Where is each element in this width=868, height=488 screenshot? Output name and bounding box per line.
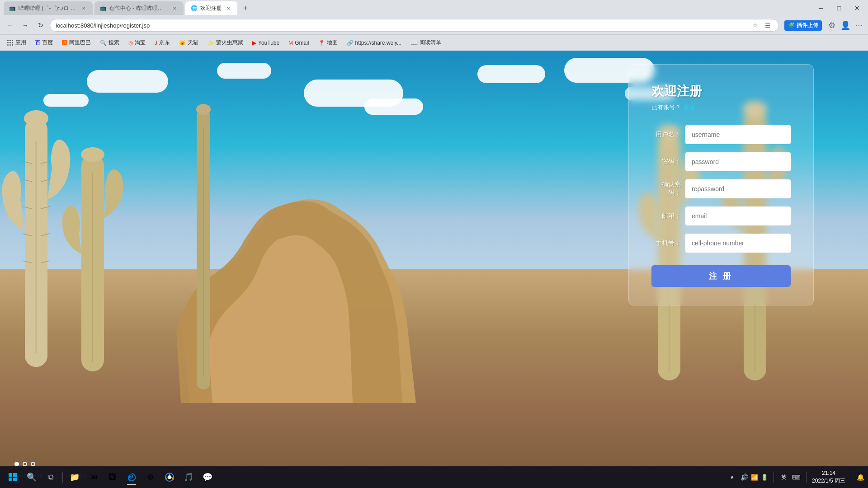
search-icon: 🔍 xyxy=(27,472,37,482)
bookmark-maps[interactable]: 📍 地图 xyxy=(315,37,341,49)
bookmark-youtube-icon: ▶ xyxy=(252,40,256,46)
bookmark-search[interactable]: 🔍 搜索 xyxy=(96,37,123,49)
profile-icon[interactable]: 👤 xyxy=(840,20,851,31)
tab-2-label: 创作中心 - 哔哩哔哩弹幕视频网 xyxy=(109,5,168,12)
bookmark-firefly-label: 萤火虫惠聚 xyxy=(216,39,243,47)
bookmark-apps[interactable]: 应用 xyxy=(4,37,30,49)
tab-1-favicon: 📺 xyxy=(9,5,16,11)
slide-dot-1[interactable] xyxy=(14,462,19,466)
bookmark-reading[interactable]: 📖 阅读清单 xyxy=(407,37,445,49)
settings-icon[interactable]: ⚙ xyxy=(826,20,837,31)
bookmark-youtube[interactable]: ▶ YouTube xyxy=(249,37,283,49)
windows-icon xyxy=(9,473,17,481)
notification-bell-icon[interactable]: 🔔 xyxy=(857,474,864,481)
more-icon[interactable]: ⋯ xyxy=(854,20,864,31)
phone-input[interactable] xyxy=(685,234,791,253)
battery-icon[interactable]: 🔋 xyxy=(761,474,768,481)
bookmark-alibaba[interactable]: 🅰 阿里巴巴 xyxy=(58,37,94,49)
notification-area[interactable]: ∧ xyxy=(727,473,737,481)
bookmark-firefly[interactable]: ✨ 萤火虫惠聚 xyxy=(204,37,247,49)
collection-icon[interactable]: ☰ xyxy=(762,20,773,31)
bookmark-alibaba-label: 阿里巴巴 xyxy=(69,39,91,47)
taskbar-edge[interactable] xyxy=(123,468,141,486)
svg-point-39 xyxy=(168,475,171,479)
new-tab-button[interactable]: + xyxy=(239,2,252,14)
tab-2[interactable]: 📺 创作中心 - 哔哩哔哩弹幕视频网 ✕ xyxy=(94,1,184,15)
tab-1[interactable]: 📺 哔哩哔哩 (゜-゜)つロ 千杯~--bili... ✕ xyxy=(4,1,93,15)
keyboard-icon[interactable]: ⌨ xyxy=(792,474,801,481)
language-indicator[interactable]: 英 xyxy=(779,473,788,482)
network-icon[interactable]: 📶 xyxy=(751,474,758,481)
close-button[interactable]: ✕ xyxy=(850,1,864,15)
cactus-second xyxy=(59,118,127,389)
minimize-button[interactable]: ─ xyxy=(814,1,828,15)
back-button[interactable]: ← xyxy=(4,19,16,32)
taskbar-music[interactable]: 🎵 xyxy=(179,468,198,486)
bookmarks-bar: 应用 百 百度 🅰 阿里巴巴 🔍 搜索 ◎ 淘宝 J 京东 🐱 天猫 ✨ 萤火虫… xyxy=(0,34,868,51)
tab-3-close[interactable]: ✕ xyxy=(225,5,232,12)
bookmark-tianmao-icon: 🐱 xyxy=(179,40,186,46)
tab-3[interactable]: 🌐 欢迎注册 ✕ xyxy=(185,1,237,15)
bookmark-weiy-label: https://share.weiy... xyxy=(355,40,402,46)
page-content: SHOT ON MI 11 ULTRA 欢迎注册 已有账号？ 登录 用户名： 密… xyxy=(0,51,868,488)
taskbar-chrome[interactable] xyxy=(160,468,179,486)
taskbar-settings[interactable]: ⚙ xyxy=(142,468,160,486)
taskbar-mail[interactable]: ✉ xyxy=(85,468,103,486)
mail-icon: ✉ xyxy=(90,472,97,482)
bookmark-baidu[interactable]: 百 百度 xyxy=(32,37,57,49)
taskbar-clock[interactable]: 21:14 2022/1/5 周三 xyxy=(812,469,845,485)
bookmark-baidu-icon: 百 xyxy=(35,39,40,46)
username-label: 用户名： xyxy=(651,131,681,139)
taskbar-separator-1 xyxy=(62,472,63,483)
username-input[interactable] xyxy=(685,125,791,144)
subtitle-text: 已有账号？ xyxy=(651,103,681,112)
address-input[interactable]: localhost:8080/linjieshop/register.jsp ☆… xyxy=(50,19,779,32)
volume-icon[interactable]: 🔊 xyxy=(741,474,748,481)
phone-label: 手机号： xyxy=(651,239,681,247)
extension-icon: 🧩 xyxy=(788,22,795,28)
taskbar-search-button[interactable]: 🔍 xyxy=(23,468,41,486)
tab-1-close[interactable]: ✕ xyxy=(80,5,87,12)
bookmark-jd[interactable]: J 京东 xyxy=(151,37,174,49)
email-row: 邮箱： xyxy=(651,206,791,225)
bookmark-weiy[interactable]: 🔗 https://share.weiy... xyxy=(343,37,406,49)
svg-point-16 xyxy=(81,147,104,162)
taskbar-wechat[interactable]: 💬 xyxy=(198,468,217,486)
bookmark-taobao-label: 淘宝 xyxy=(135,39,146,47)
taskbar-file-explorer[interactable]: 📁 xyxy=(66,468,84,486)
repassword-label: 确认密码： xyxy=(651,181,681,197)
submit-button[interactable]: 注 册 xyxy=(651,265,791,287)
repassword-input[interactable] xyxy=(685,179,791,198)
phone-row: 手机号： xyxy=(651,234,791,253)
apps-grid-icon xyxy=(7,40,14,46)
slide-dot-2[interactable] xyxy=(23,462,27,466)
username-row: 用户名： xyxy=(651,125,791,144)
address-text: localhost:8080/linjieshop/register.jsp xyxy=(56,22,750,29)
taskbar-task-view-button[interactable]: ⧉ xyxy=(42,468,60,486)
repassword-row: 确认密码： xyxy=(651,179,791,198)
star-icon[interactable]: ☆ xyxy=(750,20,760,31)
file-explorer-icon: 📁 xyxy=(70,472,80,482)
taskbar-separator-4 xyxy=(851,472,851,483)
tab-3-label: 欢迎注册 xyxy=(200,5,222,12)
register-title: 欢迎注册 xyxy=(651,83,791,100)
bookmark-tianmao[interactable]: 🐱 天猫 xyxy=(175,37,202,49)
maximize-button[interactable]: □ xyxy=(832,1,846,15)
email-input[interactable] xyxy=(685,206,791,225)
taskbar-photos[interactable]: 🖼 xyxy=(104,468,122,486)
bookmark-taobao[interactable]: ◎ 淘宝 xyxy=(125,37,149,49)
tab-2-close[interactable]: ✕ xyxy=(171,5,178,12)
refresh-button[interactable]: ↻ xyxy=(34,19,47,32)
login-link[interactable]: 登录 xyxy=(684,103,695,112)
slide-dot-3[interactable] xyxy=(31,462,35,466)
taskbar: 🔍 ⧉ 📁 ✉ 🖼 ⚙ xyxy=(0,466,868,488)
bookmark-reading-icon: 📖 xyxy=(410,39,418,46)
bookmark-gmail[interactable]: M Gmail xyxy=(285,37,312,49)
start-button[interactable] xyxy=(4,468,22,486)
password-input[interactable] xyxy=(685,152,791,171)
task-view-icon: ⧉ xyxy=(48,473,53,481)
clock-date: 2022/1/5 周三 xyxy=(812,477,845,485)
forward-button[interactable]: → xyxy=(19,19,32,32)
extension-upload-button[interactable]: 🧩 插件上传 xyxy=(784,20,822,31)
photos-icon: 🖼 xyxy=(108,473,117,482)
